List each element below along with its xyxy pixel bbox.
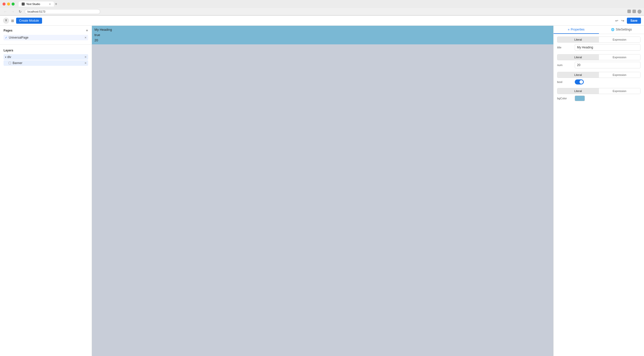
pages-section: Pages + ✓ UniversalPage ✕ bbox=[0, 26, 92, 43]
browser-tab[interactable]: Yext Studio ✕ bbox=[19, 2, 54, 7]
undo-button[interactable]: ↩ bbox=[615, 18, 619, 23]
toolbar-right: ↩ ↪ Save bbox=[615, 18, 641, 24]
bgcolor-swatch[interactable] bbox=[575, 96, 585, 101]
add-page-button[interactable]: + bbox=[86, 28, 88, 33]
bgcolor-toggle-row: Literal Expression bbox=[557, 88, 640, 94]
bool-expression-button[interactable]: Expression bbox=[599, 72, 640, 78]
title-expression-button[interactable]: Expression bbox=[599, 37, 640, 42]
num-field-row: num bbox=[557, 62, 640, 68]
canvas-bool: true bbox=[94, 33, 551, 38]
check-icon: ✓ bbox=[5, 36, 7, 39]
sidebar-divider bbox=[0, 44, 92, 45]
bool-field-row: bool bbox=[557, 79, 640, 84]
title-literal-button[interactable]: Literal bbox=[557, 37, 599, 42]
bgcolor-field-row: bgColor bbox=[557, 96, 640, 101]
num-toggle-row: Literal Expression bbox=[557, 54, 640, 60]
bool-label: bool bbox=[557, 80, 572, 83]
tab-site-settings-label: SiteSettings bbox=[616, 28, 632, 31]
browser-toolbar: ← → ↻ bbox=[0, 8, 644, 15]
tab-favicon bbox=[22, 3, 25, 6]
bool-literal-button[interactable]: Literal bbox=[557, 72, 599, 78]
title-input[interactable] bbox=[575, 44, 640, 51]
forward-button[interactable]: → bbox=[10, 9, 16, 14]
maximize-window-button[interactable] bbox=[12, 3, 15, 6]
bool-toggle[interactable] bbox=[575, 79, 584, 84]
title-toggle-row: Literal Expression bbox=[557, 37, 640, 43]
properties-section: Literal Expression title Literal Express… bbox=[554, 34, 644, 107]
toggle-slider bbox=[575, 79, 584, 84]
browser-titlebar: Yext Studio ✕ + bbox=[0, 0, 644, 8]
num-label: num bbox=[557, 64, 572, 67]
sidebar-item-universal-page[interactable]: ✓ UniversalPage ✕ bbox=[4, 35, 88, 40]
browser-actions bbox=[627, 10, 641, 14]
bgcolor-prop-row: Literal Expression bgColor bbox=[557, 88, 640, 101]
layer-banner-checkbox[interactable] bbox=[9, 62, 11, 64]
bookmark-icon[interactable] bbox=[627, 10, 631, 13]
browser-chrome: Yext Studio ✕ + ← → ↻ bbox=[0, 0, 644, 16]
title-label: title bbox=[557, 46, 572, 49]
profile-icon[interactable] bbox=[637, 10, 641, 14]
layer-banner[interactable]: Banner ✕ bbox=[4, 60, 88, 66]
bgcolor-expression-button[interactable]: Expression bbox=[599, 88, 640, 94]
page-label: UniversalPage bbox=[9, 36, 28, 39]
create-module-button[interactable]: Create Module bbox=[16, 18, 42, 24]
canvas-num: 20 bbox=[94, 38, 551, 43]
left-sidebar: Pages + ✓ UniversalPage ✕ Layers ▾ div ✕… bbox=[0, 26, 92, 356]
panel-tabs: ≡ Properties 🌐 SiteSettings bbox=[554, 26, 644, 34]
canvas-banner[interactable]: My Heading true 20 bbox=[92, 26, 553, 44]
grid-icon[interactable]: ⊞ bbox=[11, 19, 14, 23]
app-toolbar: Y ⊞ Create Module ↩ ↪ Save bbox=[0, 16, 644, 26]
new-tab-button[interactable]: + bbox=[55, 2, 57, 6]
num-expression-button[interactable]: Expression bbox=[599, 54, 640, 60]
layers-section: Layers ▾ div ✕ Banner ✕ bbox=[0, 46, 92, 356]
canvas-banner-text: My Heading true 20 bbox=[94, 27, 551, 43]
layer-chevron-icon: ▾ bbox=[5, 56, 6, 58]
layers-title: Layers bbox=[4, 49, 88, 52]
tab-title: Yext Studio bbox=[26, 3, 40, 6]
bool-prop-row: Literal Expression bool bbox=[557, 72, 640, 84]
properties-icon: ≡ bbox=[568, 28, 569, 31]
right-panel: ≡ Properties 🌐 SiteSettings Literal Expr… bbox=[553, 26, 644, 356]
pages-section-header: Pages + bbox=[4, 28, 88, 33]
address-bar[interactable] bbox=[25, 9, 100, 14]
num-literal-button[interactable]: Literal bbox=[557, 54, 599, 60]
tab-site-settings[interactable]: 🌐 SiteSettings bbox=[599, 26, 644, 34]
tab-properties-label: Properties bbox=[571, 28, 585, 31]
bgcolor-literal-button[interactable]: Literal bbox=[557, 88, 599, 94]
main-layout: Pages + ✓ UniversalPage ✕ Layers ▾ div ✕… bbox=[0, 26, 644, 356]
tab-properties[interactable]: ≡ Properties bbox=[554, 26, 599, 34]
bgcolor-label: bgColor bbox=[557, 97, 572, 100]
layer-banner-close[interactable]: ✕ bbox=[84, 62, 87, 65]
layer-div-label: div bbox=[7, 55, 84, 59]
layer-div[interactable]: ▾ div ✕ bbox=[4, 54, 88, 60]
num-prop-row: Literal Expression num bbox=[557, 54, 640, 68]
page-close-button[interactable]: ✕ bbox=[84, 36, 87, 39]
redo-button[interactable]: ↪ bbox=[621, 18, 625, 23]
reload-button[interactable]: ↻ bbox=[18, 9, 23, 14]
canvas-heading: My Heading bbox=[94, 27, 551, 33]
extension-icon[interactable] bbox=[632, 10, 636, 13]
bool-toggle-row: Literal Expression bbox=[557, 72, 640, 78]
layer-div-close[interactable]: ✕ bbox=[84, 55, 87, 59]
num-input[interactable] bbox=[575, 62, 640, 68]
browser-tabs: Yext Studio ✕ + bbox=[19, 2, 641, 7]
minimize-window-button[interactable] bbox=[7, 3, 10, 6]
layer-banner-label: Banner bbox=[13, 61, 83, 65]
title-prop-row: Literal Expression title bbox=[557, 37, 640, 51]
pages-section-title: Pages bbox=[4, 29, 12, 32]
site-settings-icon: 🌐 bbox=[611, 28, 615, 31]
canvas-area: My Heading true 20 bbox=[92, 26, 553, 356]
save-button[interactable]: Save bbox=[627, 18, 641, 24]
back-button[interactable]: ← bbox=[3, 9, 8, 14]
title-field-row: title bbox=[557, 44, 640, 51]
yext-logo: Y bbox=[3, 18, 9, 24]
traffic-lights bbox=[3, 3, 15, 6]
canvas-rest bbox=[92, 44, 553, 356]
tab-close-button[interactable]: ✕ bbox=[49, 3, 51, 6]
close-window-button[interactable] bbox=[3, 3, 6, 6]
